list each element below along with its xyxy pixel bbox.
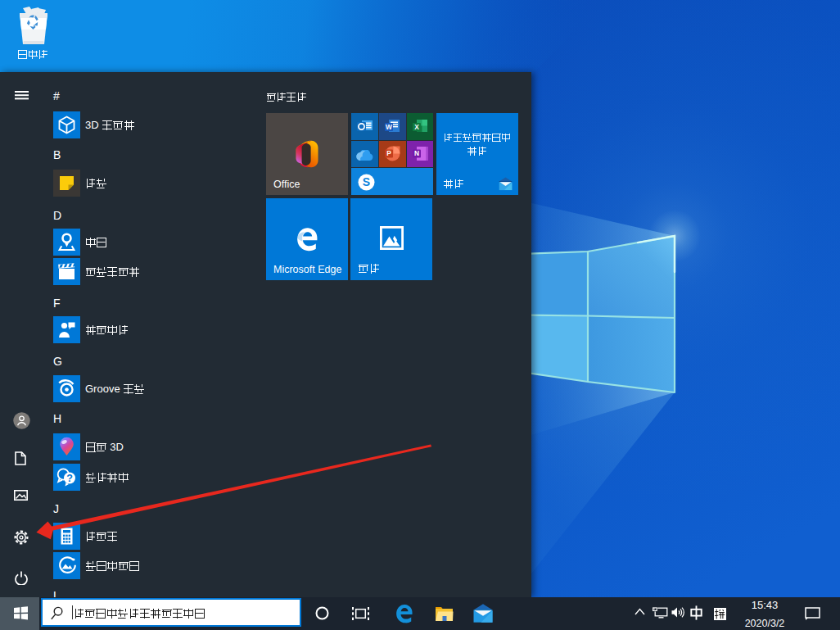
svg-text:W: W [386,123,392,131]
svg-text:X: X [414,123,419,131]
svg-text:P: P [386,149,391,157]
svg-text:S: S [363,175,370,188]
svg-text:N: N [414,149,419,157]
